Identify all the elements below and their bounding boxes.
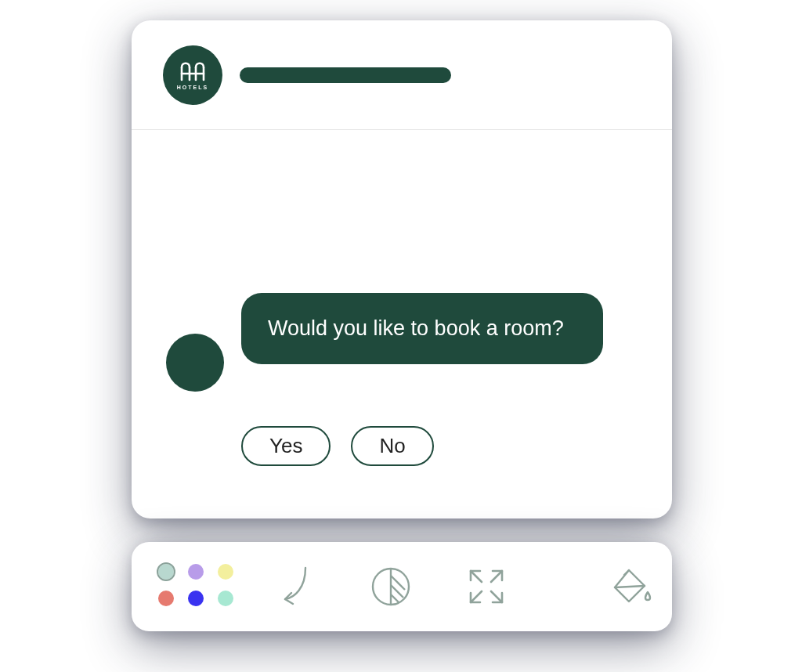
- swatch-yellow[interactable]: [218, 564, 233, 580]
- style-toolbar: [132, 542, 672, 631]
- tool-icons: [273, 564, 655, 609]
- paint-bucket-icon[interactable]: [609, 564, 655, 609]
- canvas: HOTELS Would you like to book a room? Ye…: [0, 0, 802, 672]
- swatch-red[interactable]: [158, 591, 174, 606]
- bot-avatar: [166, 334, 224, 392]
- expand-icon[interactable]: [464, 564, 509, 609]
- reply-no-button[interactable]: No: [351, 426, 433, 466]
- swatch-teal[interactable]: [158, 564, 174, 580]
- swatch-mint[interactable]: [218, 591, 233, 606]
- color-palette: [158, 564, 237, 609]
- bot-message: Would you like to book a room?: [241, 293, 603, 364]
- reply-yes-button[interactable]: Yes: [241, 426, 331, 466]
- contrast-icon[interactable]: [368, 564, 414, 609]
- brand-badge: HOTELS: [163, 45, 222, 105]
- quick-replies: Yes No: [241, 426, 434, 466]
- chat-header: HOTELS: [132, 20, 672, 130]
- hotels-logo-icon: [179, 60, 207, 83]
- chat-body: Would you like to book a room? Yes No: [132, 130, 672, 518]
- swatch-violet[interactable]: [188, 564, 204, 580]
- curve-arrow-icon[interactable]: [273, 564, 318, 609]
- chat-window: HOTELS Would you like to book a room? Ye…: [132, 20, 672, 518]
- swatch-blue[interactable]: [188, 591, 204, 606]
- svg-line-4: [391, 594, 399, 602]
- title-placeholder: [240, 67, 451, 83]
- brand-sublabel: HOTELS: [177, 85, 208, 90]
